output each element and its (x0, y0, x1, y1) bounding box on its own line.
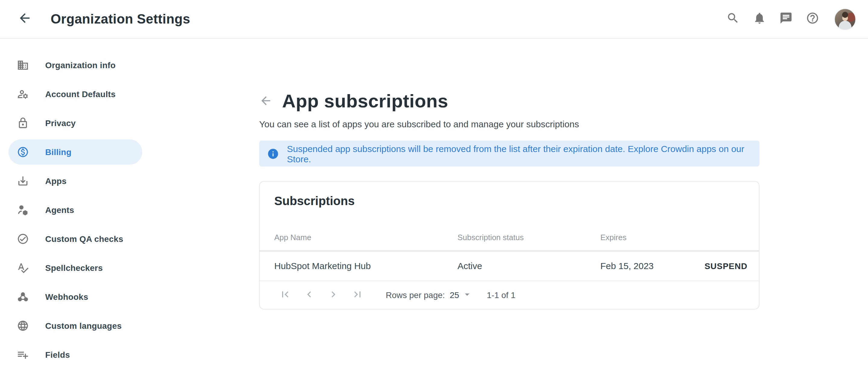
suspend-button[interactable]: SUSPEND (705, 252, 747, 281)
sidebar-item-label: Organization info (45, 60, 116, 70)
help-icon (806, 11, 819, 27)
cell-expires: Feb 15, 2023 (600, 252, 654, 281)
pagination-range: 1-1 of 1 (487, 290, 516, 300)
topbar-actions (726, 8, 856, 30)
person-gear-icon (17, 88, 29, 100)
chevron-left-icon (303, 288, 315, 302)
info-banner: Suspended app subscriptions will be remo… (259, 141, 760, 167)
sidebar-item-label: Spellcheckers (45, 263, 103, 273)
chat-icon (779, 11, 793, 27)
top-app-bar: Organization Settings (0, 0, 868, 38)
section-title: App subscriptions (282, 90, 448, 112)
check-circle-icon (17, 233, 29, 245)
sidebar-item-label: Apps (45, 176, 67, 186)
dollar-circle-icon (17, 146, 29, 158)
info-icon (267, 147, 279, 160)
spellcheck-icon (17, 262, 29, 274)
help-button[interactable] (805, 12, 820, 26)
sidebar-item-privacy[interactable]: Privacy (8, 110, 142, 136)
sidebar-item-custom-qa-checks[interactable]: Custom QA checks (8, 226, 142, 252)
subscriptions-card: Subscriptions App Name Subscription stat… (259, 181, 760, 310)
search-button[interactable] (726, 12, 740, 26)
last-page-icon (351, 288, 364, 302)
bell-icon (753, 11, 766, 27)
first-page-icon (279, 288, 291, 302)
notifications-button[interactable] (752, 12, 767, 26)
sidebar-item-spellcheckers[interactable]: Spellcheckers (8, 255, 142, 281)
building-icon (17, 59, 29, 71)
column-header-subscription-status: Subscription status (458, 233, 524, 242)
previous-page-button[interactable] (303, 289, 315, 301)
sidebar-item-agents[interactable]: Agents (8, 197, 142, 223)
sidebar-item-label: Custom QA checks (45, 234, 123, 244)
column-header-app-name: App Name (274, 233, 311, 242)
sidebar-item-label: Billing (45, 147, 71, 157)
rows-per-page-select[interactable]: 25 (450, 289, 472, 301)
sidebar-item-webhooks[interactable]: Webhooks (8, 284, 142, 310)
back-arrow-icon (18, 11, 32, 27)
last-page-button[interactable] (351, 289, 364, 301)
sidebar-item-apps[interactable]: Apps (8, 168, 142, 194)
download-icon (17, 175, 29, 187)
sidebar-item-label: Privacy (45, 118, 76, 128)
table-pagination: Rows per page: 25 1-1 of 1 (274, 281, 744, 309)
user-avatar[interactable] (834, 8, 856, 30)
rows-per-page-value: 25 (450, 290, 459, 300)
column-header-expires: Expires (600, 233, 627, 242)
app-window: Organization Settings (0, 0, 868, 368)
back-arrow-icon (259, 94, 273, 109)
webhook-icon (17, 291, 29, 303)
next-page-button[interactable] (327, 289, 339, 301)
sidebar-item-label: Agents (45, 205, 74, 215)
cell-app-name: HubSpot Marketing Hub (274, 252, 371, 281)
section-header: App subscriptions (259, 88, 448, 115)
lock-icon (17, 117, 29, 129)
first-page-button[interactable] (279, 289, 291, 301)
sidebar-item-account-defaults[interactable]: Account Defaults (8, 81, 142, 107)
globe-icon (17, 320, 29, 332)
messages-button[interactable] (779, 12, 793, 26)
sidebar-item-label: Custom languages (45, 321, 122, 331)
sidebar-item-label: Account Defaults (45, 89, 116, 99)
sidebar-item-billing[interactable]: Billing (8, 139, 142, 165)
chevron-right-icon (327, 288, 339, 302)
rows-per-page-label: Rows per page: (386, 290, 445, 300)
main-content: App subscriptions You can see a list of … (259, 38, 760, 368)
playlist-add-icon (17, 349, 29, 361)
card-title: Subscriptions (274, 194, 355, 208)
chevron-down-icon (461, 289, 472, 301)
cell-subscription-status: Active (458, 252, 482, 281)
sidebar-item-custom-languages[interactable]: Custom languages (8, 313, 142, 338)
sidebar-item-organization-info[interactable]: Organization info (8, 53, 142, 78)
banner-text: Suspended app subscriptions will be remo… (287, 143, 760, 164)
sidebar-item-label: Webhooks (45, 292, 88, 302)
settings-sidebar: Organization info Account Defaults Priva… (0, 38, 259, 368)
section-subtitle: You can see a list of apps you are subsc… (259, 119, 579, 129)
search-icon (726, 11, 740, 27)
page-title: Organization Settings (51, 11, 190, 27)
sidebar-item-fields[interactable]: Fields (8, 342, 142, 367)
header-back-button[interactable] (18, 12, 32, 26)
person-cube-icon (17, 204, 29, 216)
table-row: HubSpot Marketing Hub Active Feb 15, 202… (260, 252, 759, 281)
sidebar-item-label: Fields (45, 350, 70, 360)
section-back-button[interactable] (259, 95, 273, 108)
